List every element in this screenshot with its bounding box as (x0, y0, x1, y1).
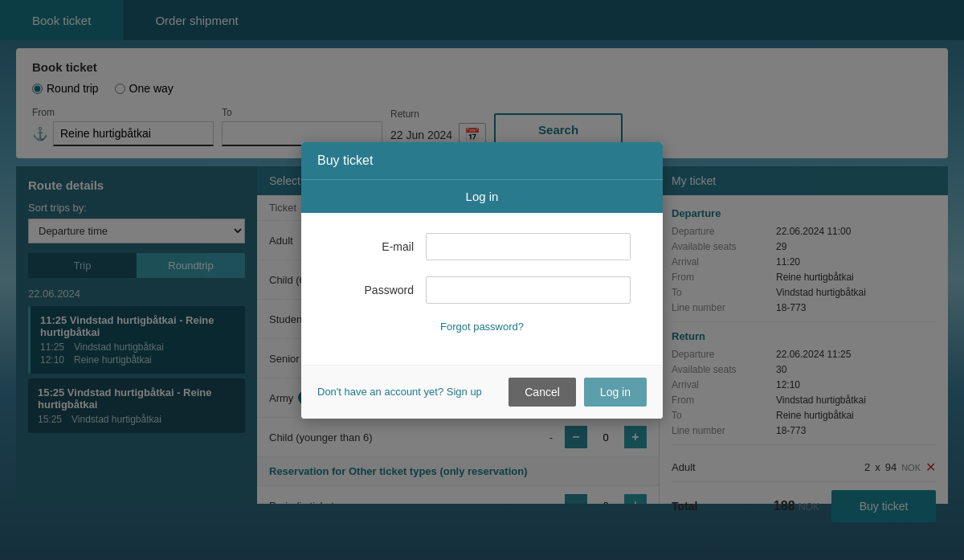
modal-login-header: Log in (301, 179, 663, 213)
email-input[interactable] (426, 233, 631, 260)
password-label: Password (333, 284, 414, 296)
modal-actions: Cancel Log in (509, 378, 647, 407)
forgot-password-link: Forgot password? (333, 320, 631, 333)
email-form-row: E-mail (333, 233, 631, 260)
signup-link[interactable]: Don't have an account yet? Sign up (317, 386, 482, 398)
modal-overlay: Buy ticket Log in E-mail Password Forgot… (0, 0, 964, 560)
buy-ticket-modal: Buy ticket Log in E-mail Password Forgot… (301, 142, 663, 419)
login-button[interactable]: Log in (584, 378, 647, 407)
modal-header: Buy ticket (301, 142, 663, 179)
cancel-button[interactable]: Cancel (509, 378, 576, 407)
forgot-password-anchor[interactable]: Forgot password? (440, 321, 524, 333)
modal-body: E-mail Password Forgot password? (301, 213, 663, 365)
modal-footer: Don't have an account yet? Sign up Cance… (301, 365, 663, 419)
email-label: E-mail (333, 240, 414, 253)
password-input[interactable] (426, 276, 631, 304)
password-form-row: Password (333, 276, 631, 304)
